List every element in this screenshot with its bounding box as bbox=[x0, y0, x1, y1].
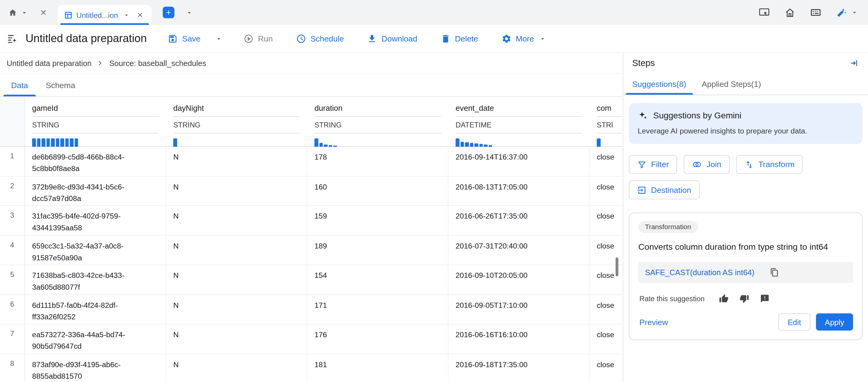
schedule-button[interactable]: Schedule bbox=[289, 28, 350, 49]
table-cell: 31fac395-b4fe-402d-9759-43441395aa58 bbox=[25, 206, 166, 235]
save-button[interactable]: Save bbox=[161, 28, 207, 49]
table-cell: 2016-09-05T17:10:00 bbox=[448, 295, 590, 324]
delete-button[interactable]: Delete bbox=[434, 28, 485, 49]
table-row[interactable]: 66d111b57-fa0b-4f24-82df-ff33a26f0252N17… bbox=[0, 295, 623, 324]
table-cell: 154 bbox=[307, 265, 448, 294]
table-cell: 2016-06-16T16:10:00 bbox=[448, 324, 590, 354]
sql-expression[interactable]: SAFE_CAST(duration AS int64) bbox=[645, 268, 754, 277]
table-cell: close bbox=[590, 354, 623, 382]
download-button[interactable]: Download bbox=[361, 28, 424, 49]
table-row[interactable]: 1de6b6899-c5d8-466b-88c4-5c8bb0f8ae8aN17… bbox=[0, 147, 623, 177]
chevron-down-icon bbox=[851, 9, 858, 16]
more-button[interactable]: More bbox=[495, 28, 553, 49]
transformation-chip: Transformation bbox=[638, 221, 698, 233]
table-cell: 873af90e-d93f-4195-ab6c-8855abd81570 bbox=[25, 354, 166, 382]
table-cell: 181 bbox=[307, 354, 448, 382]
filter-funnel-icon bbox=[637, 160, 647, 169]
copy-button[interactable] bbox=[769, 267, 780, 278]
tab-applied-steps[interactable]: Applied Steps(1) bbox=[694, 73, 769, 95]
collapse-panel-button[interactable] bbox=[848, 57, 860, 69]
chevron-down-icon bbox=[21, 8, 28, 17]
table-row[interactable]: 331fac395-b4fe-402d-9759-43441395aa58N15… bbox=[0, 206, 623, 235]
welcome-home-button[interactable] bbox=[783, 6, 797, 19]
breadcrumb-root[interactable]: Untitled data preparation bbox=[7, 58, 91, 67]
column-header[interactable]: dayNightSTRING bbox=[166, 97, 307, 146]
filter-button[interactable]: Filter bbox=[629, 155, 677, 174]
gemini-assist-caret[interactable] bbox=[850, 8, 859, 17]
table-cell: 2016-09-10T20:05:00 bbox=[448, 265, 590, 294]
chevron-down-icon bbox=[215, 34, 223, 42]
collapse-right-icon bbox=[849, 58, 859, 68]
steps-panel-tabs: Suggestions(8) Applied Steps(1) bbox=[623, 73, 868, 95]
tab-list-caret[interactable] bbox=[184, 7, 194, 18]
row-number: 6 bbox=[0, 295, 25, 324]
table-cell: de6b6899-c5d8-466b-88c4-5c8bb0f8ae8a bbox=[25, 147, 166, 176]
bigquery-data-preparation-app: Untitled...ion bbox=[0, 0, 868, 382]
steps-panel: Steps Suggestions(8) Applied Steps(1) bbox=[623, 53, 868, 382]
tab-options-caret[interactable] bbox=[122, 10, 131, 20]
home-icon bbox=[784, 7, 796, 18]
download-icon bbox=[367, 34, 377, 43]
destination-button[interactable]: Destination bbox=[629, 181, 700, 199]
table-cell: 159 bbox=[307, 206, 448, 235]
keyboard-shortcuts-button[interactable] bbox=[809, 5, 823, 20]
suggestion-description: Converts column duration from type strin… bbox=[638, 240, 839, 254]
data-area: Untitled data preparation Source: baseba… bbox=[0, 53, 623, 382]
breadcrumb-source[interactable]: Source: baseball_schedules bbox=[109, 58, 206, 67]
table-cell: close bbox=[590, 324, 623, 354]
tab-schema[interactable]: Schema bbox=[37, 73, 84, 96]
tab-suggestions[interactable]: Suggestions(8) bbox=[624, 73, 694, 95]
suggestion-code-block: SAFE_CAST(duration AS int64) bbox=[638, 262, 853, 283]
breadcrumb: Untitled data preparation Source: baseba… bbox=[0, 53, 623, 74]
table-cell: 659cc3c1-5a32-4a37-a0c8-91587e50a90a bbox=[25, 235, 166, 264]
apply-button[interactable]: Apply bbox=[816, 313, 853, 330]
row-number: 2 bbox=[0, 177, 25, 205]
column-name: duration bbox=[314, 103, 441, 117]
close-active-tab-button[interactable] bbox=[135, 10, 145, 20]
cloud-shell-button[interactable] bbox=[757, 5, 771, 20]
table-row[interactable]: 8873af90e-d93f-4195-ab6c-8855abd81570N18… bbox=[0, 354, 623, 382]
join-button[interactable]: Join bbox=[684, 155, 730, 174]
preview-button[interactable]: Preview bbox=[640, 318, 668, 326]
row-number: 5 bbox=[0, 265, 25, 294]
feedback-button[interactable] bbox=[759, 293, 770, 305]
table-row[interactable]: 2372b9e8c-d93d-4341-b5c6-dcc57a97d08aN16… bbox=[0, 177, 623, 206]
destination-arrow-icon bbox=[637, 185, 647, 195]
column-name: com bbox=[597, 103, 623, 117]
column-type: STRING bbox=[174, 117, 300, 133]
close-home-tab-button[interactable] bbox=[38, 7, 49, 18]
thumb-up-button[interactable] bbox=[718, 293, 730, 305]
column-header[interactable]: gameIdSTRING bbox=[25, 97, 166, 146]
edit-button[interactable]: Edit bbox=[778, 313, 810, 330]
column-header[interactable]: comSTRI bbox=[590, 97, 623, 146]
home-icon bbox=[8, 7, 18, 18]
thumb-down-button[interactable] bbox=[739, 293, 750, 305]
active-editor-tab[interactable]: Untitled...ion bbox=[58, 5, 152, 25]
magic-wand-icon bbox=[836, 7, 847, 18]
table-cell: 2016-06-26T17:35:00 bbox=[448, 206, 590, 235]
transform-button[interactable]: Transform bbox=[736, 155, 803, 174]
gemini-banner-title: Suggestions by Gemini bbox=[653, 111, 742, 121]
home-tab-caret[interactable] bbox=[19, 7, 29, 18]
column-type: STRI bbox=[597, 117, 623, 133]
home-tab-button[interactable] bbox=[7, 6, 19, 19]
table-row[interactable]: 4659cc3c1-5a32-4a37-a0c8-91587e50a90aN18… bbox=[0, 235, 623, 265]
suggestion-card: Transformation Converts column duration … bbox=[629, 213, 863, 340]
tab-data[interactable]: Data bbox=[2, 73, 37, 96]
table-row[interactable]: 7ea573272-336a-44a5-bd74-90b5d79647cdN17… bbox=[0, 324, 623, 354]
chevron-down-icon bbox=[538, 34, 546, 42]
gemini-assist-button[interactable] bbox=[835, 6, 848, 19]
table-body: 1de6b6899-c5d8-466b-88c4-5c8bb0f8ae8aN17… bbox=[0, 147, 623, 382]
table-cell: 189 bbox=[307, 235, 448, 264]
run-button[interactable]: Run bbox=[237, 28, 279, 49]
save-options-caret[interactable] bbox=[210, 34, 227, 42]
row-number: 4 bbox=[0, 235, 25, 264]
vertical-scrollbar[interactable] bbox=[616, 258, 618, 276]
table-cell: 160 bbox=[307, 177, 448, 205]
steps-panel-title: Steps bbox=[632, 58, 655, 68]
column-header[interactable]: event_dateDATETIME bbox=[448, 97, 590, 146]
table-row[interactable]: 571638ba5-c803-42ce-b433-3a605d88077fN15… bbox=[0, 265, 623, 295]
new-tab-button[interactable] bbox=[163, 7, 174, 18]
column-header[interactable]: durationSTRING bbox=[307, 97, 448, 146]
table-cell: 2016-07-31T20:40:00 bbox=[448, 235, 590, 264]
